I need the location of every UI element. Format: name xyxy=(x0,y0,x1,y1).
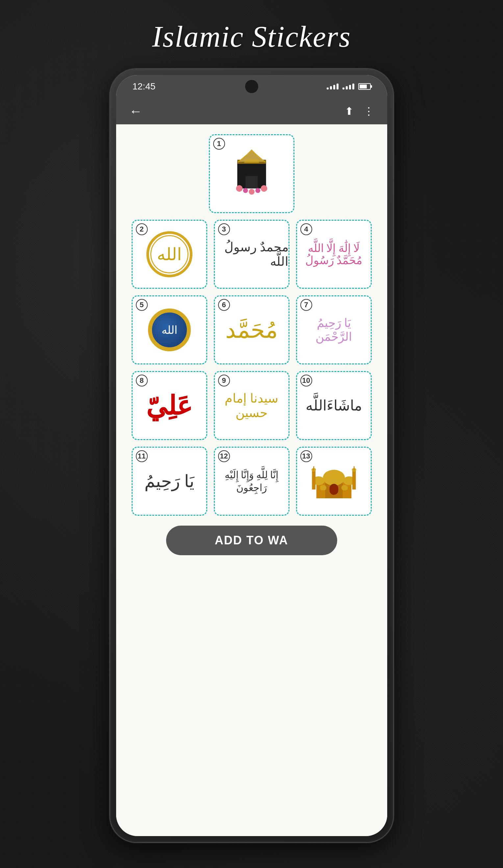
sticker-row-1: 1 xyxy=(129,134,374,213)
signal-bar xyxy=(333,85,335,90)
sticker-item-2[interactable]: 2 الله xyxy=(132,220,207,289)
sticker-item-5[interactable]: 5 الله xyxy=(132,296,207,364)
sticker-number-12: 12 xyxy=(218,450,230,462)
sticker-row-3: 5 الله 6 مُحَمَّد 7 يَا رَحِيمُ الرَ xyxy=(129,296,374,364)
action-bar: ← ⬆ ⋮ xyxy=(116,98,387,124)
sticker-number-10: 10 xyxy=(300,375,312,386)
svg-rect-6 xyxy=(244,160,259,163)
sticker-item-7[interactable]: 7 يَا رَحِيمُ الرَّحْمَن xyxy=(296,296,372,364)
sticker-content-7: يَا رَحِيمُ الرَّحْمَن xyxy=(297,313,371,347)
sticker-item-4[interactable]: 4 لَا إِلَٰهَ إِلَّا اللَّه مُحَمَّدٌ رَ… xyxy=(296,220,372,289)
sticker-item-10[interactable]: 10 ماشَاءَاللَّه xyxy=(296,371,372,440)
signal-bar xyxy=(352,84,354,90)
ornament-circle: الله xyxy=(146,231,193,277)
signal-bars-2 xyxy=(342,84,354,90)
sticker-row-4: 8 عَلِيّ 9 سيدنا إمام حسين 10 ماشَاءَالل… xyxy=(129,371,374,440)
status-time: 12:45 xyxy=(133,81,156,92)
sticker-number-5: 5 xyxy=(136,299,148,311)
sticker-number-8: 8 xyxy=(136,375,148,386)
signal-bar xyxy=(349,85,351,90)
sticker-number-1: 1 xyxy=(213,138,225,149)
mosque-svg xyxy=(308,456,360,502)
signal-bar xyxy=(342,87,345,90)
svg-point-11 xyxy=(260,185,267,192)
phone-container: 12:45 xyxy=(110,69,393,842)
signal-bar xyxy=(337,84,339,90)
sticker-number-13: 13 xyxy=(300,450,312,462)
sticker-number-11: 11 xyxy=(136,450,148,462)
sticker-number-7: 7 xyxy=(300,299,312,311)
sticker-content-6: مُحَمَّد xyxy=(225,317,278,343)
signal-bars-1 xyxy=(327,84,339,90)
camera-notch xyxy=(245,80,258,93)
sticker-number-6: 6 xyxy=(218,299,230,311)
phone-screen: 12:45 xyxy=(116,75,387,836)
sticker-content-11: يَا رَحِيمُ xyxy=(144,471,194,491)
sticker-item-9[interactable]: 9 سيدنا إمام حسين xyxy=(214,371,289,440)
svg-rect-23 xyxy=(329,484,338,495)
svg-point-7 xyxy=(236,185,243,192)
share-icon[interactable]: ⬆ xyxy=(345,105,353,117)
svg-rect-22 xyxy=(353,466,355,471)
battery-fill xyxy=(360,84,367,89)
sticker-number-4: 4 xyxy=(300,223,312,235)
sticker-content-3: محمدٌ رسولُ اللَّه xyxy=(215,240,288,269)
sticker-content-5: الله xyxy=(148,309,191,351)
sticker-item-12[interactable]: 12 إِنَّا لِلَّهِ وَإِنَّا إِلَيْهِ رَاج… xyxy=(214,447,289,516)
sticker-row-2: 2 الله 3 محمدٌ رسولُ اللَّه 4 لَا إِ xyxy=(129,220,374,289)
svg-point-14 xyxy=(323,470,345,485)
status-icons xyxy=(327,83,371,90)
svg-rect-17 xyxy=(312,470,316,489)
sticker-content-8: عَلِيّ xyxy=(146,390,193,421)
status-bar: 12:45 xyxy=(116,75,387,98)
svg-rect-20 xyxy=(352,470,356,489)
signal-bar xyxy=(327,87,329,90)
sticker-item-13[interactable]: 13 xyxy=(296,447,372,516)
app-title: Islamic Stickers xyxy=(152,20,351,54)
menu-icon[interactable]: ⋮ xyxy=(363,105,374,117)
phone-shell: 12:45 xyxy=(110,69,393,842)
sticker-item-1[interactable]: 1 xyxy=(209,134,295,213)
svg-point-8 xyxy=(243,188,248,193)
back-button[interactable]: ← xyxy=(129,104,142,119)
sticker-content-12: إِنَّا لِلَّهِ وَإِنَّا إِلَيْهِ رَاجِعُ… xyxy=(215,466,288,497)
sticker-content-4: لَا إِلَٰهَ إِلَّا اللَّه مُحَمَّدٌ رَسُ… xyxy=(297,239,371,270)
svg-point-10 xyxy=(255,188,260,193)
sticker-item-11[interactable]: 11 يَا رَحِيمُ xyxy=(132,447,207,516)
sticker-content-9: سيدنا إمام حسين xyxy=(215,389,288,423)
svg-rect-19 xyxy=(313,466,314,471)
svg-rect-24 xyxy=(320,485,326,490)
signal-bar xyxy=(330,86,332,90)
sticker-content-13 xyxy=(308,456,360,507)
gold-circle: الله xyxy=(148,309,191,351)
sticker-item-8[interactable]: 8 عَلِيّ xyxy=(132,371,207,440)
action-icons: ⬆ ⋮ xyxy=(345,105,374,117)
add-to-wa-button[interactable]: ADD TO WA xyxy=(166,526,337,555)
sticker-number-9: 9 xyxy=(218,375,230,386)
sticker-content-2: الله xyxy=(146,231,193,277)
content-area: 1 xyxy=(116,124,387,836)
kaaba-svg xyxy=(227,147,276,197)
sticker-row-5: 11 يَا رَحِيمُ 12 إِنَّا لِلَّهِ وَإِنَّ… xyxy=(129,447,374,516)
sticker-content-1 xyxy=(227,147,276,200)
sticker-number-3: 3 xyxy=(218,223,230,235)
sticker-number-2: 2 xyxy=(136,223,148,235)
svg-point-9 xyxy=(249,189,255,195)
sticker-item-3[interactable]: 3 محمدٌ رسولُ اللَّه xyxy=(214,220,289,289)
sticker-item-6[interactable]: 6 مُحَمَّد xyxy=(214,296,289,364)
signal-bar xyxy=(346,86,348,90)
battery-icon xyxy=(358,83,371,90)
sticker-content-10: ماشَاءَاللَّه xyxy=(304,395,364,416)
svg-rect-25 xyxy=(341,485,348,490)
svg-rect-1 xyxy=(245,176,258,189)
